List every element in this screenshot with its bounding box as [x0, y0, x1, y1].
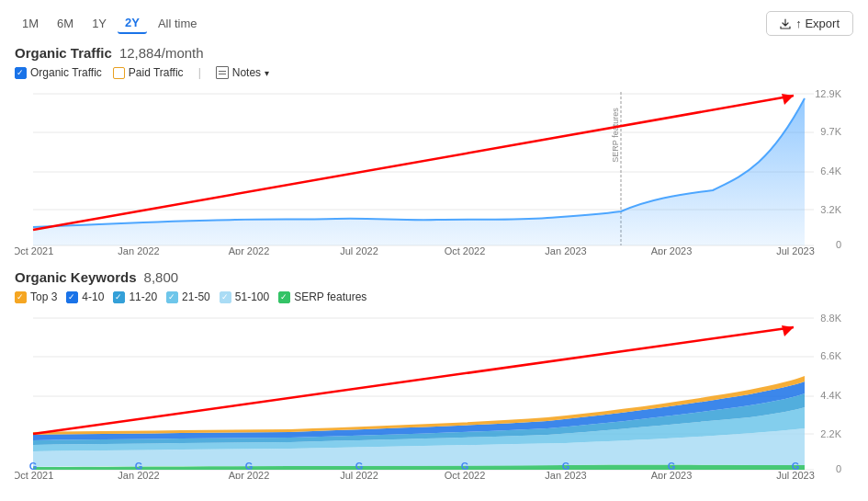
- organic-checkbox[interactable]: [15, 67, 27, 79]
- time-btn-2y[interactable]: 2Y: [118, 13, 147, 34]
- organic-traffic-title: Organic Traffic: [15, 45, 112, 61]
- time-btn-alltime[interactable]: All time: [151, 13, 205, 34]
- legend-paid-label: Paid Traffic: [129, 66, 184, 79]
- organic-traffic-value: 12,884/month: [119, 45, 204, 61]
- organic-traffic-chart: 12.9K 9.7K 6.4K 3.2K 0 SERP features: [15, 85, 853, 255]
- time-btn-1y[interactable]: 1Y: [85, 13, 114, 34]
- notes-label: Notes: [232, 66, 261, 79]
- svg-text:12.9K: 12.9K: [815, 88, 841, 99]
- r410-label: 4-10: [82, 290, 104, 303]
- kw-legend-serp[interactable]: SERP features: [278, 290, 366, 303]
- svg-text:Apr 2022: Apr 2022: [229, 245, 270, 255]
- svg-text:2.2K: 2.2K: [820, 428, 841, 439]
- svg-text:Apr 2023: Apr 2023: [651, 470, 693, 479]
- svg-text:Jan 2023: Jan 2023: [545, 470, 586, 479]
- r2150-label: 21-50: [182, 290, 210, 303]
- svg-text:0: 0: [836, 239, 841, 250]
- kw-legend-51100[interactable]: 51-100: [220, 290, 269, 303]
- organic-keywords-value: 8,800: [144, 269, 179, 285]
- svg-marker-33: [782, 325, 794, 336]
- time-btn-1m[interactable]: 1M: [15, 13, 46, 34]
- svg-text:8.8K: 8.8K: [820, 313, 841, 324]
- svg-text:Apr 2023: Apr 2023: [651, 245, 693, 255]
- top3-checkbox[interactable]: [15, 291, 27, 303]
- svg-text:Oct 2022: Oct 2022: [445, 470, 486, 479]
- r51100-checkbox[interactable]: [220, 291, 231, 303]
- kw-legend-2150[interactable]: 21-50: [166, 290, 210, 303]
- legend-organic-label: Organic Traffic: [30, 66, 102, 79]
- organic-traffic-svg: 12.9K 9.7K 6.4K 3.2K 0 SERP features: [15, 85, 846, 255]
- svg-marker-13: [782, 94, 794, 105]
- export-button[interactable]: ↑ Export: [766, 11, 853, 36]
- kw-legend-top3[interactable]: Top 3: [15, 290, 57, 303]
- time-btn-6m[interactable]: 6M: [50, 13, 81, 34]
- svg-text:3.2K: 3.2K: [820, 204, 841, 215]
- svg-text:9.7K: 9.7K: [820, 126, 841, 137]
- keywords-legend: Top 3 4-10 11-20 21-50 51-100 SERP featu…: [15, 290, 853, 303]
- r1120-checkbox[interactable]: [113, 291, 125, 303]
- svg-text:Oct 2022: Oct 2022: [445, 245, 486, 255]
- notes-icon: [216, 66, 229, 79]
- time-filter-bar: 1M 6M 1Y 2Y All time ↑ Export: [15, 11, 853, 36]
- paid-checkbox[interactable]: [113, 67, 125, 79]
- legend-paid[interactable]: Paid Traffic: [113, 66, 184, 79]
- organic-traffic-header: Organic Traffic 12,884/month: [15, 45, 853, 61]
- organic-keywords-chart: 8.8K 6.6K 4.4K 2.2K 0: [15, 309, 853, 479]
- svg-text:Apr 2022: Apr 2022: [229, 470, 270, 479]
- top3-label: Top 3: [30, 290, 57, 303]
- kw-legend-410[interactable]: 4-10: [66, 290, 104, 303]
- kw-legend-1120[interactable]: 11-20: [113, 290, 157, 303]
- notes-button[interactable]: Notes ▾: [216, 66, 269, 79]
- svg-text:6.6K: 6.6K: [820, 350, 841, 361]
- organic-traffic-legend: Organic Traffic Paid Traffic | Notes ▾: [15, 66, 853, 79]
- svg-text:4.4K: 4.4K: [820, 390, 841, 401]
- organic-keywords-svg: 8.8K 6.6K 4.4K 2.2K 0: [15, 309, 846, 479]
- export-icon: [780, 18, 791, 29]
- r51100-label: 51-100: [235, 290, 269, 303]
- svg-text:6.4K: 6.4K: [820, 165, 841, 176]
- legend-divider: |: [198, 66, 201, 79]
- legend-organic[interactable]: Organic Traffic: [15, 66, 102, 79]
- svg-text:Jan 2022: Jan 2022: [118, 470, 159, 479]
- time-buttons: 1M 6M 1Y 2Y All time: [15, 13, 205, 34]
- svg-text:Jul 2023: Jul 2023: [776, 245, 815, 255]
- organic-keywords-section: Organic Keywords 8,800 Top 3 4-10 11-20 …: [15, 269, 853, 479]
- svg-text:0: 0: [836, 463, 841, 474]
- r2150-checkbox[interactable]: [166, 291, 178, 303]
- svg-text:Jul 2023: Jul 2023: [776, 470, 815, 479]
- organic-traffic-section: Organic Traffic 12,884/month Organic Tra…: [15, 45, 853, 255]
- organic-keywords-title: Organic Keywords: [15, 269, 137, 285]
- notes-chevron: ▾: [265, 68, 269, 78]
- svg-text:Oct 2021: Oct 2021: [15, 245, 53, 255]
- r1120-label: 11-20: [129, 290, 157, 303]
- r410-checkbox[interactable]: [66, 291, 78, 303]
- svg-text:Jan 2023: Jan 2023: [545, 245, 586, 255]
- svg-text:Oct 2021: Oct 2021: [15, 470, 53, 479]
- svg-text:Jan 2022: Jan 2022: [118, 245, 159, 255]
- serp-checkbox[interactable]: [278, 291, 290, 303]
- serp-label: SERP features: [294, 290, 366, 303]
- svg-text:SERP features: SERP features: [611, 108, 620, 163]
- svg-text:Jul 2022: Jul 2022: [340, 470, 378, 479]
- organic-keywords-header: Organic Keywords 8,800: [15, 269, 853, 285]
- svg-text:Jul 2022: Jul 2022: [340, 245, 378, 255]
